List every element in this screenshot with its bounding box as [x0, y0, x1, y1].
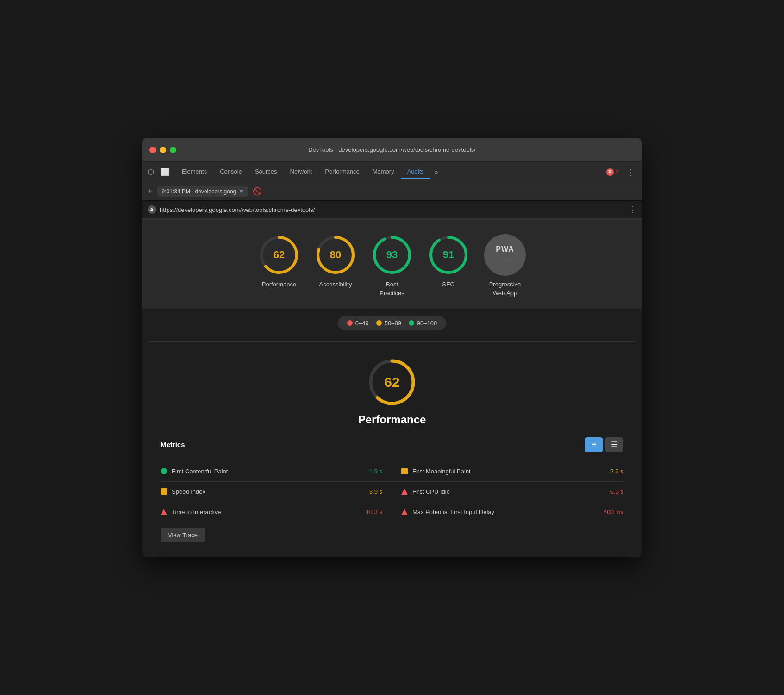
tab-performance[interactable]: Performance — [318, 165, 366, 179]
metrics-column-left: First Contentful Paint 1.9 s Speed Index… — [161, 461, 392, 522]
metrics-toggle: ≡ ☰ — [585, 437, 623, 452]
score-circle-seo: 91 — [428, 234, 469, 276]
block-icon[interactable]: 🚫 — [253, 187, 262, 196]
error-count: 2 — [616, 168, 619, 175]
score-item-seo[interactable]: 91 SEO — [428, 234, 469, 297]
metric-icon-si — [161, 488, 167, 495]
url-text[interactable]: https://developers.google.com/web/tools/… — [160, 206, 624, 213]
metric-icon-fci — [401, 489, 408, 495]
toggle-list-button[interactable]: ☰ — [605, 437, 623, 452]
grid-icon: ≡ — [591, 441, 596, 449]
score-circle-best-practices: 93 — [371, 234, 413, 276]
window-title: DevTools - developers.google.com/web/too… — [308, 146, 475, 153]
detail-score-value: 62 — [384, 374, 399, 390]
metrics-column-right: First Meaningful Paint 2.6 s First CPU I… — [392, 461, 623, 522]
pwa-circle: PWA — — [484, 234, 526, 276]
score-item-performance[interactable]: 62 Performance — [258, 234, 300, 297]
tab-nav-icons: ⬡ ⬜ — [146, 166, 172, 178]
tab-arrow-icon: ▼ — [239, 189, 243, 194]
dock-icon[interactable]: ⬜ — [159, 166, 172, 178]
url-bar: A https://developers.google.com/web/tool… — [142, 201, 642, 219]
score-label-pwa: ProgressiveWeb App — [489, 280, 521, 297]
tab-network[interactable]: Network — [284, 165, 319, 179]
score-label-accessibility: Accessibility — [319, 280, 352, 289]
metric-row-fmp: First Meaningful Paint 2.6 s — [392, 461, 623, 482]
score-label-performance: Performance — [262, 280, 296, 289]
maximize-button[interactable] — [170, 147, 176, 153]
toggle-grid-button[interactable]: ≡ — [585, 437, 603, 452]
metric-icon-tti — [161, 509, 167, 515]
traffic-lights — [149, 147, 176, 153]
legend-range-mid: 50–89 — [385, 320, 401, 327]
tab-memory[interactable]: Memory — [366, 165, 401, 179]
metric-row-mpfid: Max Potential First Input Delay 400 ms — [392, 502, 623, 522]
metric-row-fcp: First Contentful Paint 1.9 s — [161, 461, 392, 482]
legend-dot-green — [409, 320, 414, 326]
title-bar: DevTools - developers.google.com/web/too… — [142, 138, 642, 162]
legend-range-high: 90–100 — [417, 320, 437, 327]
error-badge[interactable]: ✕ 2 — [606, 168, 619, 176]
score-label-seo: SEO — [442, 280, 454, 289]
detail-section: 62 Performance Metrics ≡ ☰ — [142, 342, 642, 557]
metrics-title: Metrics — [161, 441, 185, 448]
score-overview: 62 Performance 80 Accessibility — [142, 219, 642, 308]
devtools-tab-bar: ⬡ ⬜ Elements Console Sources Network Per… — [142, 162, 642, 182]
legend-item-mid: 50–89 — [376, 320, 401, 327]
detail-score-label: Performance — [358, 413, 426, 426]
score-value-seo: 91 — [443, 249, 454, 261]
metric-icon-mpfid — [401, 509, 408, 515]
view-trace-button[interactable]: View Trace — [161, 528, 205, 542]
bottom-hint: View Trace — [161, 522, 623, 542]
metric-value-fcp: 1.9 s — [369, 468, 382, 475]
address-bar: + 9:01:34 PM - developers.goog ▼ 🚫 — [142, 182, 642, 201]
metric-name-fcp: First Contentful Paint — [172, 468, 365, 475]
metric-value-si: 3.9 s — [369, 488, 382, 495]
score-item-pwa[interactable]: PWA — ProgressiveWeb App — [484, 234, 526, 297]
favicon: A — [148, 205, 156, 214]
new-tab-icon[interactable]: + — [148, 186, 153, 196]
detail-score-center: 62 Performance — [161, 357, 623, 426]
list-icon: ☰ — [611, 440, 617, 449]
metric-icon-fcp — [161, 468, 167, 474]
url-menu-icon[interactable]: ⋮ — [628, 205, 636, 215]
metric-name-mpfid: Max Potential First Input Delay — [412, 509, 599, 515]
metric-value-mpfid: 400 ms — [604, 509, 623, 515]
legend-item-low: 0–49 — [347, 320, 369, 327]
tab-label[interactable]: 9:01:34 PM - developers.goog ▼ — [157, 186, 249, 197]
score-legend: 0–49 50–89 90–100 — [142, 316, 642, 330]
score-value-accessibility: 80 — [330, 249, 341, 261]
browser-window: DevTools - developers.google.com/web/too… — [142, 138, 642, 557]
score-item-best-practices[interactable]: 93 BestPractices — [371, 234, 413, 297]
metric-value-tti: 10.3 s — [366, 509, 382, 515]
legend-dot-red — [347, 320, 353, 326]
metric-value-fmp: 2.6 s — [610, 468, 623, 475]
metric-value-fci: 6.5 s — [610, 488, 623, 495]
legend-range-low: 0–49 — [355, 320, 369, 327]
tab-audits[interactable]: Audits — [401, 165, 430, 179]
metrics-header: Metrics ≡ ☰ — [161, 437, 623, 454]
metrics-grid: First Contentful Paint 1.9 s Speed Index… — [161, 461, 623, 522]
pwa-label: PWA — [496, 245, 514, 254]
minimize-button[interactable] — [160, 147, 166, 153]
cursor-icon[interactable]: ⬡ — [146, 166, 156, 178]
score-item-accessibility[interactable]: 80 Accessibility — [315, 234, 356, 297]
metric-name-si: Speed Index — [172, 488, 365, 495]
metric-row-tti: Time to Interactive 10.3 s — [161, 502, 392, 522]
legend-dot-orange — [376, 320, 382, 326]
score-value-best-practices: 93 — [386, 249, 398, 261]
tab-overflow-icon[interactable]: » — [430, 165, 442, 179]
close-button[interactable] — [149, 147, 156, 153]
pwa-dash-icon: — — [500, 255, 510, 265]
metric-icon-fmp — [401, 468, 408, 474]
tab-elements[interactable]: Elements — [175, 165, 213, 179]
score-label-best-practices: BestPractices — [380, 280, 404, 297]
metric-row-fci: First CPU Idle 6.5 s — [392, 482, 623, 502]
legend-item-high: 90–100 — [409, 320, 437, 327]
score-value-performance: 62 — [274, 249, 285, 261]
score-circle-accessibility: 80 — [315, 234, 356, 276]
tab-console[interactable]: Console — [213, 165, 249, 179]
score-circle-performance: 62 — [258, 234, 300, 276]
devtools-menu-icon[interactable]: ⋮ — [622, 165, 638, 179]
tab-sources[interactable]: Sources — [249, 165, 284, 179]
detail-score-circle: 62 — [367, 357, 417, 408]
